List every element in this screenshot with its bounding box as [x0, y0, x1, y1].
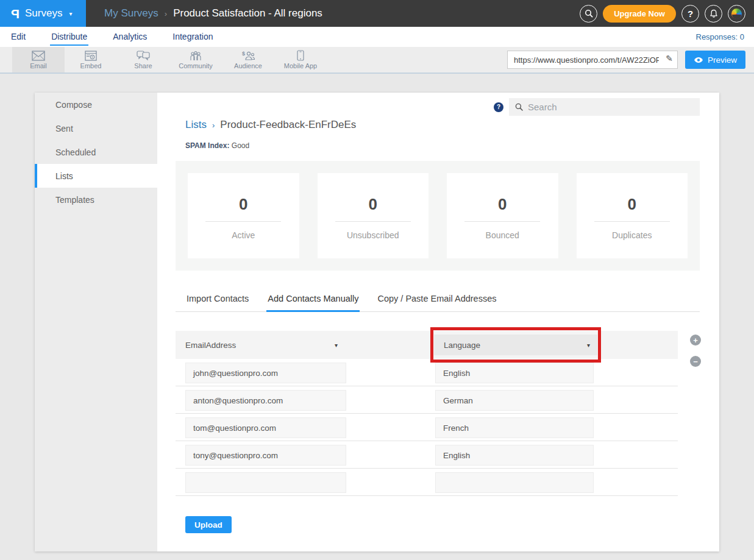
- nav-edit[interactable]: Edit: [10, 28, 27, 46]
- survey-url-input[interactable]: [507, 51, 678, 69]
- question-mark-icon: ?: [688, 9, 693, 19]
- sidebar-item-lists[interactable]: Lists: [35, 164, 157, 188]
- email-field[interactable]: anton@questionpro.com: [185, 390, 346, 411]
- email-field[interactable]: john@questionpro.com: [185, 363, 346, 383]
- breadcrumb-separator: ›: [165, 9, 167, 18]
- audience-icon: $: [241, 51, 255, 61]
- add-contacts-form: EmailAddress ▾ Language ▾ + − john@quest…: [176, 331, 678, 533]
- email-field[interactable]: tony@questionpro.com: [185, 445, 346, 466]
- breadcrumb-my-surveys[interactable]: My Surveys: [104, 7, 158, 19]
- toolbar-email[interactable]: Email: [12, 47, 65, 73]
- edit-url-icon[interactable]: ✎: [666, 54, 673, 63]
- toolbar-community-label: Community: [179, 62, 213, 69]
- share-icon: [137, 51, 150, 61]
- search-input[interactable]: [528, 102, 694, 112]
- contextual-help-icon[interactable]: ?: [494, 102, 503, 112]
- email-column-dropdown[interactable]: EmailAddress ▾: [176, 335, 345, 355]
- survey-nav: Edit Distribute Analytics Integration Re…: [0, 27, 754, 47]
- sidebar-item-templates[interactable]: Templates: [35, 188, 157, 211]
- topbar-actions: Upgrade Now ?: [580, 0, 754, 27]
- tab-add-contacts-manually[interactable]: Add Contacts Manually: [266, 289, 360, 312]
- product-switcher[interactable]: P Surveys ▾: [0, 0, 86, 27]
- language-field[interactable]: French: [435, 417, 594, 438]
- sidebar-item-scheduled[interactable]: Scheduled: [35, 140, 157, 164]
- sidebar-item-sent[interactable]: Sent: [35, 116, 157, 140]
- toolbar-audience[interactable]: $ Audience: [222, 47, 274, 73]
- stat-label: Duplicates: [612, 230, 652, 240]
- contacts-tabs: Import Contacts Add Contacts Manually Co…: [176, 289, 700, 312]
- mobile-app-icon: [297, 50, 304, 61]
- toolbar-embed-label: Embed: [80, 62, 102, 69]
- eye-icon: [694, 57, 703, 63]
- breadcrumb-separator: ›: [212, 121, 215, 130]
- toolbar-mobile-app-label: Mobile App: [284, 62, 317, 69]
- embed-icon: [85, 51, 97, 61]
- questionpro-logo-icon: P: [11, 7, 20, 20]
- stat-value: 0: [239, 195, 247, 214]
- community-icon: [189, 51, 202, 61]
- product-label: Surveys: [25, 7, 62, 19]
- chevron-down-icon: ▾: [69, 10, 72, 17]
- contact-row: [176, 469, 678, 496]
- nav-distribute[interactable]: Distribute: [50, 28, 88, 46]
- responses-count[interactable]: Responses: 0: [696, 32, 745, 41]
- svg-text:$: $: [242, 51, 245, 57]
- toolbar-email-label: Email: [30, 62, 47, 69]
- toolbar-share[interactable]: Share: [117, 47, 169, 73]
- tab-import-contacts[interactable]: Import Contacts: [185, 289, 250, 312]
- distribute-toolbar: Email Embed Share Community $ Audience M…: [0, 47, 754, 74]
- stat-card-active: 0 Active: [188, 173, 299, 258]
- remove-row-button[interactable]: −: [690, 356, 701, 367]
- nav-analytics[interactable]: Analytics: [112, 28, 148, 46]
- toolbar-share-label: Share: [134, 62, 152, 69]
- toolbar-mobile-app[interactable]: Mobile App: [274, 47, 327, 73]
- toolbar-embed[interactable]: Embed: [65, 47, 117, 73]
- email-sidebar: Compose Sent Scheduled Lists Templates: [35, 93, 157, 551]
- stat-label: Active: [232, 230, 255, 240]
- account-menu[interactable]: [728, 5, 745, 23]
- stat-card-unsubscribed: 0 Unsubscribed: [318, 173, 429, 258]
- language-field[interactable]: German: [435, 390, 594, 411]
- list-search: [509, 98, 700, 116]
- preview-button[interactable]: Preview: [685, 51, 745, 69]
- tab-copy-paste-email-addresses[interactable]: Copy / Paste Email Addresses: [376, 289, 497, 312]
- stat-value: 0: [628, 195, 636, 214]
- help-button[interactable]: ?: [681, 5, 699, 23]
- email-field[interactable]: [185, 472, 346, 493]
- top-bar: P Surveys ▾ My Surveys › Product Satisfa…: [0, 0, 754, 27]
- contact-row: tony@questionpro.com English: [176, 441, 678, 469]
- nav-integration[interactable]: Integration: [171, 28, 214, 46]
- stat-label: Unsubscribed: [347, 230, 399, 240]
- column-header-row: EmailAddress ▾ Language ▾ + −: [176, 331, 678, 359]
- toolbar-audience-label: Audience: [234, 62, 262, 69]
- search-button[interactable]: [580, 5, 597, 23]
- lists-content: ? Lists › Product-Feedback-EnFrDeEs SPAM…: [157, 93, 719, 551]
- upgrade-now-button[interactable]: Upgrade Now: [603, 5, 676, 23]
- language-column-value: Language: [444, 341, 480, 350]
- language-field[interactable]: English: [435, 363, 594, 383]
- list-name: Product-Feedback-EnFrDeEs: [220, 119, 356, 131]
- stat-card-bounced: 0 Bounced: [447, 173, 558, 258]
- account-avatar-icon: [731, 9, 742, 19]
- spam-index: SPAM Index: Good: [185, 141, 719, 150]
- email-icon: [32, 51, 45, 61]
- sidebar-item-compose[interactable]: Compose: [35, 93, 157, 116]
- notifications-button[interactable]: [705, 5, 722, 23]
- chevron-down-icon: ▾: [335, 342, 338, 349]
- preview-label: Preview: [708, 55, 737, 65]
- email-column-value: EmailAddress: [185, 341, 236, 350]
- stat-value: 0: [369, 195, 377, 214]
- page-title: Product Satisfaction - All regions: [173, 7, 322, 19]
- search-icon: [585, 9, 593, 18]
- email-field[interactable]: tom@questionpro.com: [185, 417, 346, 438]
- language-field[interactable]: English: [435, 445, 594, 466]
- add-row-button[interactable]: +: [690, 335, 701, 346]
- language-column-dropdown[interactable]: Language ▾: [434, 335, 597, 355]
- toolbar-community[interactable]: Community: [169, 47, 222, 73]
- breadcrumb: My Surveys › Product Satisfaction - All …: [86, 0, 580, 27]
- language-field[interactable]: [435, 472, 594, 493]
- bell-icon: [710, 9, 718, 18]
- breadcrumb-lists-link[interactable]: Lists: [185, 119, 207, 131]
- upload-button[interactable]: Upload: [185, 516, 232, 533]
- contact-row: tom@questionpro.com French: [176, 414, 678, 441]
